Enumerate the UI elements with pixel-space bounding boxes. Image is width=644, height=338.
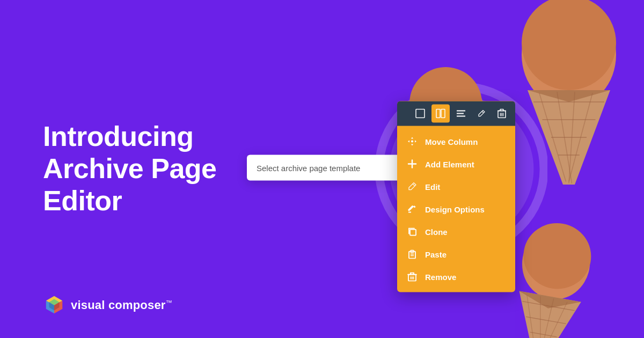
logo-area: visual composer™ [43,294,172,317]
center-ui: Move Column Add Element [247,155,515,181]
menu-item-remove[interactable]: Remove [397,266,515,288]
paste-label: Paste [425,249,447,259]
move-column-label: Move Column [425,137,478,146]
design-options-icon [407,204,418,215]
menu-item-clone[interactable]: Clone [397,221,515,243]
logo-text: visual composer™ [71,298,172,312]
svg-point-3 [522,0,616,90]
delete-trash-button[interactable] [493,105,511,123]
svg-point-53 [411,141,413,143]
left-content: Introducing Archive Page Editor [43,121,217,217]
menu-item-edit[interactable]: Edit [397,175,515,198]
clone-label: Clone [425,227,448,236]
context-menu: Move Column Add Element [397,101,515,292]
move-column-icon [407,136,418,147]
remove-icon [407,271,418,282]
edit-icon [407,181,418,192]
svg-rect-38 [416,109,425,118]
app: W [0,0,644,338]
add-element-label: Add Element [425,159,474,168]
svg-line-44 [482,112,484,113]
cone-top-right [510,0,628,145]
menu-item-paste[interactable]: Paste [397,243,515,266]
menu-item-design-options[interactable]: Design Options [397,198,515,221]
column-layout-2-button[interactable] [431,105,450,123]
add-element-icon [407,159,418,170]
paste-icon [407,249,418,260]
menu-items-list: Move Column Add Element [397,126,515,292]
main-title: Introducing Archive Page Editor [43,121,217,217]
menu-item-move-column[interactable]: Move Column [397,130,515,153]
svg-line-56 [413,184,415,186]
dropdown-placeholder: Select archive page template [257,163,360,172]
menu-toolbar [397,101,515,126]
design-options-label: Design Options [425,204,485,214]
clone-icon [407,226,418,237]
edit-pencil-button[interactable] [472,105,491,123]
column-layout-1-button[interactable] [411,105,429,123]
remove-label: Remove [425,272,456,281]
edit-label: Edit [425,182,440,191]
logo-icon [43,294,65,317]
svg-rect-40 [441,109,445,118]
svg-rect-39 [436,109,440,118]
svg-rect-57 [410,230,416,236]
menu-item-add-element[interactable]: Add Element [397,153,515,175]
align-text-button[interactable] [452,105,470,123]
